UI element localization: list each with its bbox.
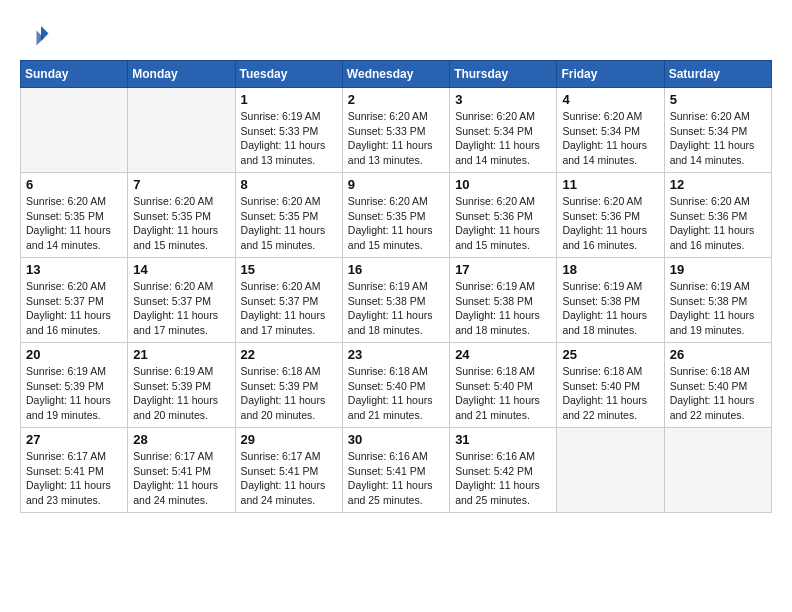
calendar-cell: 28Sunrise: 6:17 AMSunset: 5:41 PMDayligh… [128,428,235,513]
calendar-cell: 25Sunrise: 6:18 AMSunset: 5:40 PMDayligh… [557,343,664,428]
day-number: 13 [26,262,122,277]
calendar-cell: 29Sunrise: 6:17 AMSunset: 5:41 PMDayligh… [235,428,342,513]
calendar-cell: 20Sunrise: 6:19 AMSunset: 5:39 PMDayligh… [21,343,128,428]
day-detail: Sunrise: 6:20 AMSunset: 5:36 PMDaylight:… [455,194,551,253]
calendar-cell: 10Sunrise: 6:20 AMSunset: 5:36 PMDayligh… [450,173,557,258]
calendar-cell: 17Sunrise: 6:19 AMSunset: 5:38 PMDayligh… [450,258,557,343]
day-detail: Sunrise: 6:16 AMSunset: 5:42 PMDaylight:… [455,449,551,508]
calendar-cell: 13Sunrise: 6:20 AMSunset: 5:37 PMDayligh… [21,258,128,343]
calendar: SundayMondayTuesdayWednesdayThursdayFrid… [20,60,772,513]
calendar-cell [557,428,664,513]
day-detail: Sunrise: 6:19 AMSunset: 5:33 PMDaylight:… [241,109,337,168]
day-number: 7 [133,177,229,192]
calendar-cell: 26Sunrise: 6:18 AMSunset: 5:40 PMDayligh… [664,343,771,428]
page-header [20,20,772,50]
day-detail: Sunrise: 6:20 AMSunset: 5:35 PMDaylight:… [133,194,229,253]
calendar-cell [21,88,128,173]
day-detail: Sunrise: 6:17 AMSunset: 5:41 PMDaylight:… [26,449,122,508]
day-number: 31 [455,432,551,447]
calendar-cell: 6Sunrise: 6:20 AMSunset: 5:35 PMDaylight… [21,173,128,258]
day-number: 24 [455,347,551,362]
day-detail: Sunrise: 6:18 AMSunset: 5:40 PMDaylight:… [562,364,658,423]
day-detail: Sunrise: 6:20 AMSunset: 5:37 PMDaylight:… [26,279,122,338]
day-detail: Sunrise: 6:20 AMSunset: 5:36 PMDaylight:… [670,194,766,253]
day-header-thursday: Thursday [450,61,557,88]
week-row-3: 13Sunrise: 6:20 AMSunset: 5:37 PMDayligh… [21,258,772,343]
calendar-cell: 9Sunrise: 6:20 AMSunset: 5:35 PMDaylight… [342,173,449,258]
day-detail: Sunrise: 6:18 AMSunset: 5:40 PMDaylight:… [670,364,766,423]
day-detail: Sunrise: 6:20 AMSunset: 5:33 PMDaylight:… [348,109,444,168]
day-number: 18 [562,262,658,277]
day-number: 29 [241,432,337,447]
day-detail: Sunrise: 6:16 AMSunset: 5:41 PMDaylight:… [348,449,444,508]
day-number: 23 [348,347,444,362]
calendar-cell: 23Sunrise: 6:18 AMSunset: 5:40 PMDayligh… [342,343,449,428]
day-number: 2 [348,92,444,107]
calendar-cell: 21Sunrise: 6:19 AMSunset: 5:39 PMDayligh… [128,343,235,428]
day-detail: Sunrise: 6:18 AMSunset: 5:39 PMDaylight:… [241,364,337,423]
calendar-cell: 3Sunrise: 6:20 AMSunset: 5:34 PMDaylight… [450,88,557,173]
day-number: 17 [455,262,551,277]
calendar-cell: 22Sunrise: 6:18 AMSunset: 5:39 PMDayligh… [235,343,342,428]
day-header-monday: Monday [128,61,235,88]
day-number: 5 [670,92,766,107]
day-number: 30 [348,432,444,447]
calendar-cell: 7Sunrise: 6:20 AMSunset: 5:35 PMDaylight… [128,173,235,258]
day-number: 27 [26,432,122,447]
day-detail: Sunrise: 6:19 AMSunset: 5:38 PMDaylight:… [348,279,444,338]
calendar-cell: 2Sunrise: 6:20 AMSunset: 5:33 PMDaylight… [342,88,449,173]
calendar-cell: 5Sunrise: 6:20 AMSunset: 5:34 PMDaylight… [664,88,771,173]
day-detail: Sunrise: 6:20 AMSunset: 5:34 PMDaylight:… [670,109,766,168]
day-number: 12 [670,177,766,192]
calendar-cell: 16Sunrise: 6:19 AMSunset: 5:38 PMDayligh… [342,258,449,343]
day-header-saturday: Saturday [664,61,771,88]
calendar-cell: 15Sunrise: 6:20 AMSunset: 5:37 PMDayligh… [235,258,342,343]
day-number: 9 [348,177,444,192]
day-detail: Sunrise: 6:20 AMSunset: 5:37 PMDaylight:… [133,279,229,338]
calendar-cell: 12Sunrise: 6:20 AMSunset: 5:36 PMDayligh… [664,173,771,258]
calendar-header-row: SundayMondayTuesdayWednesdayThursdayFrid… [21,61,772,88]
day-header-tuesday: Tuesday [235,61,342,88]
day-detail: Sunrise: 6:19 AMSunset: 5:39 PMDaylight:… [133,364,229,423]
day-detail: Sunrise: 6:20 AMSunset: 5:35 PMDaylight:… [348,194,444,253]
logo-icon [20,20,50,50]
day-detail: Sunrise: 6:20 AMSunset: 5:35 PMDaylight:… [26,194,122,253]
day-number: 28 [133,432,229,447]
calendar-cell: 4Sunrise: 6:20 AMSunset: 5:34 PMDaylight… [557,88,664,173]
day-detail: Sunrise: 6:20 AMSunset: 5:37 PMDaylight:… [241,279,337,338]
week-row-5: 27Sunrise: 6:17 AMSunset: 5:41 PMDayligh… [21,428,772,513]
day-detail: Sunrise: 6:17 AMSunset: 5:41 PMDaylight:… [133,449,229,508]
day-number: 20 [26,347,122,362]
calendar-cell: 8Sunrise: 6:20 AMSunset: 5:35 PMDaylight… [235,173,342,258]
day-number: 10 [455,177,551,192]
week-row-4: 20Sunrise: 6:19 AMSunset: 5:39 PMDayligh… [21,343,772,428]
calendar-cell: 18Sunrise: 6:19 AMSunset: 5:38 PMDayligh… [557,258,664,343]
day-detail: Sunrise: 6:19 AMSunset: 5:39 PMDaylight:… [26,364,122,423]
calendar-cell: 1Sunrise: 6:19 AMSunset: 5:33 PMDaylight… [235,88,342,173]
day-header-friday: Friday [557,61,664,88]
day-number: 21 [133,347,229,362]
calendar-cell [664,428,771,513]
day-detail: Sunrise: 6:20 AMSunset: 5:34 PMDaylight:… [455,109,551,168]
day-number: 8 [241,177,337,192]
calendar-cell: 30Sunrise: 6:16 AMSunset: 5:41 PMDayligh… [342,428,449,513]
week-row-1: 1Sunrise: 6:19 AMSunset: 5:33 PMDaylight… [21,88,772,173]
day-number: 15 [241,262,337,277]
calendar-cell: 24Sunrise: 6:18 AMSunset: 5:40 PMDayligh… [450,343,557,428]
day-number: 25 [562,347,658,362]
week-row-2: 6Sunrise: 6:20 AMSunset: 5:35 PMDaylight… [21,173,772,258]
calendar-cell: 27Sunrise: 6:17 AMSunset: 5:41 PMDayligh… [21,428,128,513]
day-detail: Sunrise: 6:20 AMSunset: 5:36 PMDaylight:… [562,194,658,253]
day-number: 14 [133,262,229,277]
day-number: 6 [26,177,122,192]
day-number: 22 [241,347,337,362]
day-header-wednesday: Wednesday [342,61,449,88]
day-detail: Sunrise: 6:20 AMSunset: 5:34 PMDaylight:… [562,109,658,168]
day-number: 16 [348,262,444,277]
day-detail: Sunrise: 6:19 AMSunset: 5:38 PMDaylight:… [670,279,766,338]
calendar-cell: 31Sunrise: 6:16 AMSunset: 5:42 PMDayligh… [450,428,557,513]
day-number: 26 [670,347,766,362]
calendar-cell: 19Sunrise: 6:19 AMSunset: 5:38 PMDayligh… [664,258,771,343]
day-detail: Sunrise: 6:18 AMSunset: 5:40 PMDaylight:… [455,364,551,423]
day-detail: Sunrise: 6:19 AMSunset: 5:38 PMDaylight:… [455,279,551,338]
